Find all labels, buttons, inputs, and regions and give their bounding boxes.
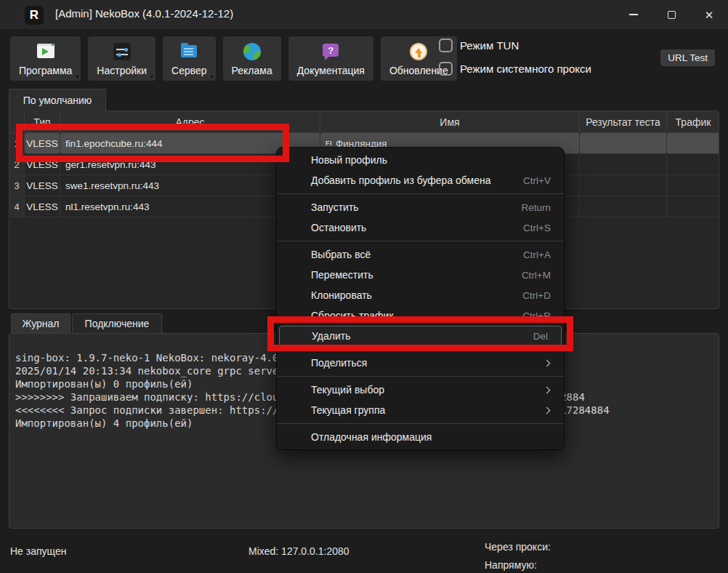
column-header-rownum[interactable] bbox=[9, 111, 25, 133]
documentation-button-label: Документация bbox=[297, 65, 365, 76]
menu-separator bbox=[277, 349, 564, 350]
menu-item-start[interactable]: Запустить Return bbox=[277, 197, 564, 217]
minimize-icon bbox=[629, 14, 638, 15]
dropdown-caret-icon: ▾ bbox=[76, 73, 78, 80]
tab-journal[interactable]: Журнал bbox=[11, 313, 70, 333]
tun-mode-label: Режим TUN bbox=[460, 39, 519, 52]
question-bubble-icon: ? bbox=[320, 42, 341, 61]
ads-button-label: Реклама bbox=[232, 65, 272, 76]
row-type: VLESS bbox=[25, 133, 60, 154]
program-button[interactable]: Программа ▾ bbox=[10, 36, 81, 81]
menu-item-label: Текущая группа bbox=[311, 404, 385, 416]
menu-item-label: Выбрать всё bbox=[311, 249, 371, 260]
column-header-test-result[interactable]: Результат теста bbox=[580, 111, 667, 133]
submenu-chevron-icon bbox=[543, 406, 551, 414]
menu-shortcut: Ctrl+M bbox=[522, 270, 551, 281]
menu-separator bbox=[277, 241, 564, 241]
menu-item-select-all[interactable]: Выбрать всё Ctrl+A bbox=[277, 244, 564, 265]
globe-icon bbox=[242, 42, 262, 61]
menu-item-stop[interactable]: Остановить Ctrl+S bbox=[277, 217, 564, 238]
close-icon: ✕ bbox=[705, 9, 714, 20]
menu-item-delete[interactable]: Удалить Del bbox=[279, 326, 562, 346]
status-traffic-block: Через прокси: Напрямую: bbox=[485, 538, 551, 573]
server-button[interactable]: Сервер ▾ bbox=[163, 36, 216, 81]
status-direct: Напрямую: bbox=[485, 556, 551, 573]
column-header-address[interactable]: Адрес bbox=[60, 111, 320, 133]
menu-shortcut: Return bbox=[521, 202, 551, 213]
update-arrow-icon bbox=[408, 42, 429, 61]
menu-item-label: Новый профиль bbox=[311, 154, 387, 166]
system-proxy-checkbox[interactable] bbox=[439, 62, 453, 76]
row-number: 1 bbox=[9, 133, 25, 154]
maximize-button[interactable] bbox=[652, 0, 690, 29]
status-mixed-port: Mixed: 127.0.0.1:2080 bbox=[248, 545, 349, 557]
table-header-row: Тип Адрес Имя Результат теста Трафик bbox=[9, 111, 719, 133]
menu-item-label: Остановить bbox=[311, 222, 366, 233]
url-test-button[interactable]: URL Test bbox=[660, 49, 715, 66]
menu-shortcut: Ctrl+S bbox=[523, 223, 551, 233]
program-button-label: Программа bbox=[19, 65, 72, 76]
row-traffic bbox=[667, 133, 719, 154]
row-test-result bbox=[580, 154, 667, 175]
menu-item-move[interactable]: Переместить Ctrl+M bbox=[277, 265, 564, 285]
menu-separator bbox=[277, 376, 564, 377]
row-traffic bbox=[667, 175, 719, 196]
submenu-chevron-icon bbox=[543, 386, 551, 393]
window-title: [Admin] NekoBox (4.0.1-2024-12-12) bbox=[55, 7, 233, 20]
system-proxy-row[interactable]: Режим системного прокси bbox=[439, 62, 591, 76]
menu-shortcut: Del bbox=[533, 331, 548, 342]
menu-item-add-from-clipboard[interactable]: Добавить профиль из буфера обмена Ctrl+V bbox=[277, 170, 564, 191]
column-header-name[interactable]: Имя bbox=[320, 111, 580, 133]
menu-shortcut: Ctrl+D bbox=[522, 290, 551, 301]
close-button[interactable]: ✕ bbox=[690, 0, 728, 29]
tab-default-group[interactable]: По умолчанию bbox=[9, 89, 106, 111]
menu-item-share[interactable]: Поделиться bbox=[277, 353, 564, 373]
row-number: 2 bbox=[9, 154, 25, 175]
menu-item-reset-traffic[interactable]: Сбросить трафик Ctrl+R bbox=[277, 305, 564, 326]
tun-mode-row[interactable]: Режим TUN bbox=[439, 39, 591, 52]
menu-shortcut: Ctrl+R bbox=[522, 310, 551, 321]
menu-item-label: Поделиться bbox=[311, 357, 367, 369]
documentation-button[interactable]: ? Документация bbox=[288, 36, 373, 81]
maximize-icon bbox=[668, 11, 676, 19]
row-test-result bbox=[580, 175, 667, 196]
row-test-result bbox=[580, 133, 667, 154]
dropdown-caret-icon: ▾ bbox=[150, 73, 153, 80]
ads-button[interactable]: Реклама bbox=[223, 36, 281, 81]
settings-button[interactable]: Настройки ▾ bbox=[88, 36, 155, 81]
menu-item-clone[interactable]: Клонировать Ctrl+D bbox=[277, 285, 564, 305]
menu-item-label: Клонировать bbox=[311, 289, 372, 301]
finland-flag-icon: FI bbox=[325, 140, 332, 147]
menu-separator bbox=[277, 193, 564, 194]
row-number: 3 bbox=[9, 175, 25, 196]
minimize-button[interactable] bbox=[615, 0, 652, 29]
menu-item-debug-info[interactable]: Отладочная информация bbox=[277, 427, 564, 447]
folder-icon bbox=[179, 42, 199, 61]
dropdown-caret-icon: ▾ bbox=[211, 73, 214, 80]
row-type: VLESS bbox=[25, 196, 60, 217]
row-number: 4 bbox=[9, 196, 25, 217]
row-traffic bbox=[667, 154, 719, 175]
row-traffic bbox=[667, 196, 719, 217]
menu-item-new-profile[interactable]: Новый профиль bbox=[277, 150, 564, 170]
tab-connection[interactable]: Подключение bbox=[72, 313, 162, 333]
menu-item-label: Отладочная информация bbox=[311, 431, 432, 443]
server-button-label: Сервер bbox=[171, 65, 207, 76]
row-type: VLESS bbox=[25, 175, 60, 196]
mode-checkbox-group: Режим TUN Режим системного прокси bbox=[439, 39, 591, 76]
menu-item-current-group[interactable]: Текущая группа bbox=[277, 400, 564, 420]
tun-mode-checkbox[interactable] bbox=[439, 39, 453, 52]
menu-separator bbox=[277, 423, 564, 424]
status-not-running: Не запущен bbox=[10, 545, 66, 557]
column-header-traffic[interactable]: Трафик bbox=[667, 111, 719, 133]
context-menu: Новый профиль Добавить профиль из буфера… bbox=[276, 147, 565, 450]
menu-item-label: Добавить профиль из буфера обмена bbox=[311, 175, 490, 186]
sliders-icon bbox=[112, 42, 132, 61]
title-bar: R [Admin] NekoBox (4.0.1-2024-12-12) ✕ bbox=[0, 0, 728, 29]
column-header-type[interactable]: Тип bbox=[25, 111, 60, 133]
row-type: VLESS bbox=[25, 154, 60, 175]
menu-item-label: Текущий выбор bbox=[311, 384, 384, 396]
submenu-chevron-icon bbox=[543, 359, 551, 366]
menu-item-label: Сбросить трафик bbox=[311, 310, 394, 321]
menu-item-current-select[interactable]: Текущий выбор bbox=[277, 380, 564, 400]
